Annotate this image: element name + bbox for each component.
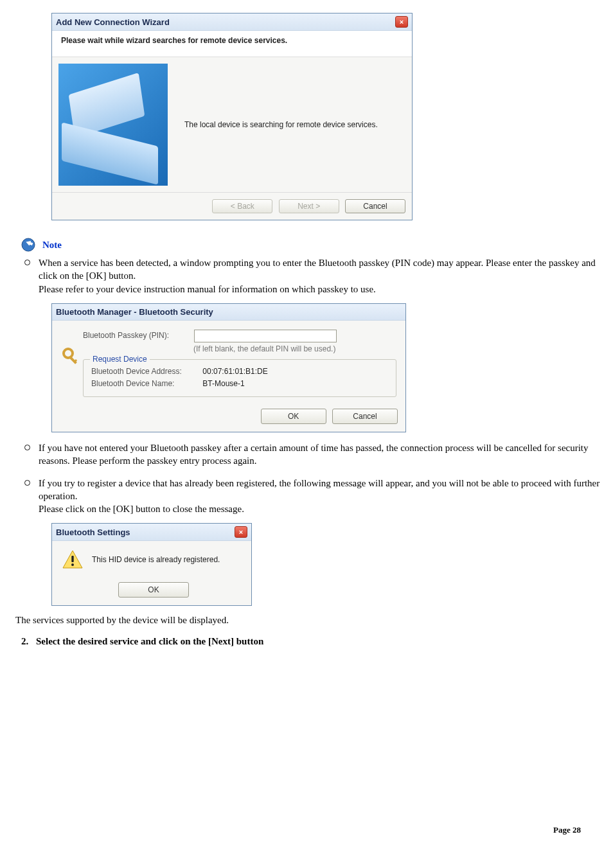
titlebar: Bluetooth Settings × (52, 524, 251, 541)
note-text-3a: If you try to register a device that has… (39, 478, 600, 501)
note-text-1a: When a service has been detected, a wind… (39, 258, 596, 281)
wizard-subheader: Please wait while wizard searches for re… (52, 31, 412, 57)
passkey-input[interactable] (194, 330, 337, 342)
wizard-title: Add New Connection Wizard (56, 17, 170, 27)
close-icon[interactable]: × (235, 526, 247, 538)
ok-button[interactable]: OK (261, 409, 326, 424)
note-item-2: If you have not entered your Bluetooth p… (39, 441, 600, 468)
security-footer: OK Cancel (52, 403, 405, 432)
settings-body: This HID device is already registered. (52, 541, 251, 578)
add-connection-wizard-dialog: Add New Connection Wizard × Please wait … (51, 13, 413, 220)
titlebar: Add New Connection Wizard × (52, 13, 412, 31)
note-text-1b: Please refer to your device instruction … (39, 284, 376, 294)
addr-value: 00:07:61:01:B1:DE (202, 367, 267, 376)
note-label: Note (42, 240, 62, 251)
wizard-illustration (58, 64, 168, 186)
note-list: When a service has been detected, a wind… (13, 256, 600, 606)
settings-footer: OK (52, 578, 251, 605)
titlebar: Bluetooth Manager - Bluetooth Security (52, 304, 405, 321)
svg-point-0 (22, 238, 35, 251)
security-body: Bluetooth Passkey (PIN): (If left blank,… (52, 321, 405, 403)
group-title: Request Device (90, 354, 150, 364)
next-button: Next > (279, 199, 339, 213)
cancel-button[interactable]: Cancel (332, 409, 398, 424)
settings-message: This HID device is already registered. (92, 554, 220, 565)
key-icon (61, 346, 83, 397)
wizard-message: The local device is searching for remote… (179, 114, 405, 136)
cancel-button[interactable]: Cancel (345, 199, 405, 213)
page-number: Page 28 (553, 825, 581, 835)
steps-list: Select the desired service and click on … (13, 636, 600, 647)
note-text-2: If you have not entered your Bluetooth p… (39, 443, 589, 466)
svg-point-6 (71, 563, 74, 566)
bluetooth-settings-dialog: Bluetooth Settings × This HID device is … (51, 523, 252, 606)
back-button: < Back (212, 199, 272, 213)
passkey-hint: (If left blank, the default PIN will be … (193, 344, 396, 354)
wizard-footer: < Back Next > Cancel (52, 192, 412, 220)
security-fields: Bluetooth Passkey (PIN): (If left blank,… (83, 330, 396, 397)
note-row: Note (21, 237, 600, 252)
addr-label: Bluetooth Device Address: (91, 366, 200, 376)
name-label: Bluetooth Device Name: (91, 378, 200, 389)
bluetooth-security-dialog: Bluetooth Manager - Bluetooth Security B… (51, 303, 406, 432)
security-title: Bluetooth Manager - Bluetooth Security (56, 306, 213, 318)
name-value: BT-Mouse-1 (202, 379, 244, 388)
warning-icon (62, 550, 83, 569)
passkey-label: Bluetooth Passkey (PIN): (83, 330, 192, 341)
settings-title: Bluetooth Settings (56, 527, 130, 538)
note-icon (21, 237, 36, 252)
request-device-group: Request Device Bluetooth Device Address:… (83, 359, 396, 396)
svg-rect-5 (71, 556, 73, 562)
step-2: Select the desired service and click on … (31, 636, 600, 647)
note-item-1: When a service has been detected, a wind… (39, 256, 600, 432)
services-line: The services supported by the device wil… (15, 615, 600, 626)
wizard-body: The local device is searching for remote… (52, 57, 412, 192)
close-icon[interactable]: × (395, 16, 408, 28)
ok-button[interactable]: OK (118, 582, 189, 598)
note-text-3b: Please click on the [OK] button to close… (39, 504, 244, 514)
note-item-3: If you try to register a device that has… (39, 477, 600, 607)
